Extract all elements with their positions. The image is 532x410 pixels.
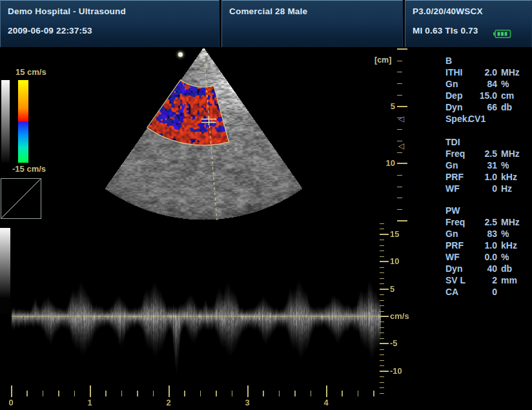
param-value: 84 <box>478 78 497 90</box>
velocity-tick <box>380 300 384 301</box>
param-unit: % <box>497 159 532 171</box>
depth-tick <box>397 48 407 50</box>
param-unit <box>497 113 532 125</box>
velocity-tick <box>380 283 384 284</box>
time-label: 4 <box>318 398 334 408</box>
param-unit: % <box>497 228 532 240</box>
param-unit: Hz <box>497 183 532 194</box>
time-tick <box>105 391 107 396</box>
velocity-tick <box>380 333 384 333</box>
velocity-tick <box>380 294 384 295</box>
param-row: PRF1.0kHz <box>445 240 532 251</box>
time-label: 2 <box>161 398 176 408</box>
velocity-tick <box>380 311 384 312</box>
time-label: 3 <box>240 398 255 408</box>
depth-tick <box>397 129 402 130</box>
panel-title: PW <box>445 205 532 216</box>
depth-tick <box>397 61 402 61</box>
param-label: PRF <box>445 171 478 183</box>
param-unit: kHz <box>497 240 532 251</box>
facility-name: Demo Hospital - Ultrasound <box>8 6 126 16</box>
param-value: 1.0 <box>478 240 497 251</box>
time-tick <box>153 391 154 396</box>
param-unit: cm <box>497 90 532 101</box>
param-row: Gn84% <box>445 78 532 90</box>
param-row: CA0 <box>445 286 532 298</box>
param-label: CA <box>445 286 478 298</box>
velocity-tick <box>380 327 384 328</box>
param-label: Freq <box>445 216 478 228</box>
velocity-label: 15 <box>390 229 399 240</box>
velocity-tick <box>380 305 384 306</box>
orientation-dot <box>178 52 183 57</box>
depth-tick <box>397 163 407 164</box>
velocity-tick <box>380 272 384 273</box>
param-value: 0.0 <box>478 251 497 263</box>
depth-unit-label: [cm] <box>374 55 391 65</box>
velocity-tick <box>380 376 384 377</box>
velocity-tick <box>380 365 384 366</box>
param-label: WF <box>445 183 478 194</box>
param-label: WF <box>445 251 478 263</box>
bmode-grayscale-bar <box>1 80 10 163</box>
velocity-tick <box>380 278 384 279</box>
depth-tick <box>397 83 402 84</box>
velocity-label: -10 <box>390 366 402 376</box>
velocity-tick <box>380 349 384 350</box>
gamma-curve-box <box>1 178 42 220</box>
param-value: 0 <box>478 286 497 298</box>
time-tick <box>169 385 170 397</box>
time-tick <box>294 391 296 396</box>
param-unit: db <box>497 101 532 113</box>
time-tick <box>121 391 123 396</box>
depth-tick <box>397 220 407 221</box>
patient-info: Comercial 28 Male <box>229 6 307 16</box>
velocity-tick <box>380 240 384 240</box>
param-label: Gn <box>445 78 478 90</box>
velocity-tick <box>380 316 389 317</box>
bmode-sector-image <box>90 48 323 223</box>
depth-tick <box>397 187 402 187</box>
time-tick <box>311 391 312 396</box>
param-row: WF0Hz <box>445 183 532 194</box>
param-row: ITHI2.0MHz <box>445 67 532 78</box>
param-value: 2 <box>478 274 497 286</box>
param-label: Gn <box>445 159 478 171</box>
velocity-tick <box>380 338 384 339</box>
panel-tdi: TDIFreq2.5MHzGn31%PRF1.0kHzWF0Hz <box>445 136 532 194</box>
header-cell-facility: Demo Hospital - Ultrasound 2009-06-09 22… <box>0 0 220 47</box>
gate-depth-marker-icon: ◁ <box>398 142 404 150</box>
param-label: Dep <box>445 90 478 101</box>
param-row: Freq2.5MHz <box>445 216 532 228</box>
velocity-tick <box>380 354 384 355</box>
depth-tick <box>397 198 402 198</box>
param-value: CV1 <box>468 113 497 125</box>
velocity-tick <box>380 343 389 344</box>
param-value: 1.0 <box>478 171 497 183</box>
param-unit: MHz <box>497 148 532 159</box>
time-tick <box>184 391 185 396</box>
battery-icon <box>493 30 511 38</box>
velocity-tick <box>380 393 384 394</box>
time-tick <box>58 391 59 396</box>
panel-b: BITHI2.0MHzGn84%Dep15.0cmDyn66dbSpek.CV1 <box>445 55 532 125</box>
mi-tis-readout: MI 0.63 TIs 0.73 <box>413 26 478 36</box>
time-tick <box>74 391 76 396</box>
param-row: Spek.CV1 <box>445 113 532 125</box>
velocity-tick <box>380 256 384 257</box>
param-label: Dyn <box>445 101 478 113</box>
depth-label: 5 <box>380 101 395 112</box>
panel-pw: PWFreq2.5MHzGn83%PRF1.0kHzWF0.0%Dyn40dbS… <box>445 205 532 298</box>
depth-tick <box>397 209 402 210</box>
param-label: Gn <box>445 228 478 240</box>
panel-title: TDI <box>445 136 532 148</box>
focus-marker-icon: ◁ <box>398 115 404 123</box>
param-row: SV L2mm <box>445 274 532 286</box>
velocity-tick <box>380 371 389 372</box>
param-unit: MHz <box>497 67 532 78</box>
depth-label: 10 <box>380 158 395 169</box>
time-label: 1 <box>82 398 97 408</box>
param-row: Dep15.0cm <box>445 90 532 101</box>
exam-datetime: 2009-06-09 22:37:53 <box>8 26 92 36</box>
param-value: 83 <box>478 228 497 240</box>
